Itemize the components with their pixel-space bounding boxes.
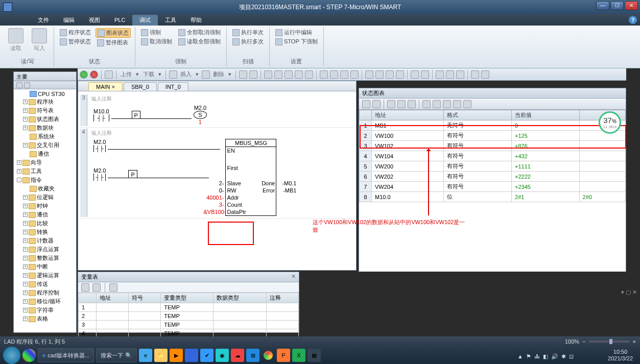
sc-tool-icon[interactable] [408, 100, 416, 108]
sc-tool-icon[interactable] [443, 100, 451, 108]
menu-编辑[interactable]: 编辑 [56, 15, 82, 26]
tray-icon[interactable]: 🔊 [551, 353, 558, 360]
vt-tool-icon[interactable] [81, 283, 89, 292]
taskbar-icon[interactable] [22, 349, 36, 362]
menu-工具[interactable]: 工具 [158, 15, 183, 26]
tree-node[interactable]: + 计数器 [15, 236, 75, 245]
menu-PLC[interactable]: PLC [107, 15, 132, 25]
toolbar-icon[interactable] [456, 70, 464, 79]
tray-icon[interactable]: 🖧 [534, 353, 540, 360]
toolbar-icon[interactable] [436, 70, 444, 79]
tree-node[interactable]: - 指令 [15, 176, 75, 184]
ribbon-写入[interactable]: 写入 [29, 28, 50, 52]
sc-tool-icon[interactable] [372, 100, 381, 108]
toolbar-icon[interactable] [305, 70, 313, 79]
tree-node[interactable]: + 整数运算 [15, 254, 75, 262]
tree-node[interactable]: + 程序控制 [15, 288, 75, 297]
panel-control-icons[interactable]: ▾ ▢ ✕ [621, 289, 637, 296]
system-clock[interactable]: 10:50 2021/3/22 [604, 349, 637, 362]
sc-tool-icon[interactable] [422, 100, 431, 108]
help-icon[interactable]: ? [629, 16, 637, 24]
chrome-icon[interactable] [262, 349, 275, 362]
sc-tool-icon[interactable] [387, 100, 395, 108]
explorer-icon[interactable]: 📁 [154, 349, 168, 362]
sc-tool-icon[interactable] [453, 100, 461, 108]
zoom-slider[interactable] [589, 341, 630, 343]
ribbon-暂停状态[interactable]: 暂停状态 [58, 37, 92, 46]
stop-icon[interactable] [90, 70, 98, 79]
tree-node[interactable]: + 状态图表 [15, 115, 75, 124]
tree-node[interactable]: + 程序块 [15, 98, 75, 106]
close-button[interactable]: ✕ [625, 1, 638, 10]
ribbon-暂停图表[interactable]: 暂停图表 [96, 38, 131, 47]
sc-tool-icon[interactable] [397, 100, 406, 108]
ribbon-取消强制[interactable]: 取消强制 [139, 37, 174, 46]
excel-icon[interactable]: X [292, 349, 305, 362]
tree-node[interactable]: + 时钟 [15, 202, 75, 210]
ribbon-读取全部强制[interactable]: 读取全部强制 [177, 37, 222, 46]
status-chart-table[interactable]: 地址格式当前值1MB1无符号02VW100有符号+1253VW102有符号+87… [359, 110, 626, 202]
tray-icon[interactable]: ◧ [543, 353, 548, 360]
sc-tool-icon[interactable] [433, 100, 441, 108]
toolbar-icon[interactable] [264, 70, 272, 79]
sc-tool-icon[interactable] [463, 100, 471, 108]
ribbon-运行中编辑[interactable]: 运行中编辑 [274, 28, 319, 37]
menu-调试[interactable]: 调试 [132, 15, 158, 26]
download-label[interactable]: 下载 [142, 70, 155, 78]
system-tray[interactable]: ▲ ⚑ 🖧 ◧ 🔊 ✱ ⊡ [517, 353, 574, 360]
tree-node[interactable]: + 转换 [15, 228, 75, 236]
app-icon[interactable]: ☁ [231, 349, 244, 362]
ribbon-执行单次[interactable]: 执行单次 [231, 28, 265, 37]
menu-文件[interactable]: 文件 [31, 15, 56, 26]
editor-tab-MAIN[interactable]: MAIN × [88, 82, 123, 91]
tree-node[interactable]: 通信 [15, 150, 75, 158]
editor-tab-INT_0[interactable]: INT_0 [158, 82, 188, 91]
ribbon-强制[interactable]: 强制 [139, 28, 174, 37]
tree-node[interactable]: CPU ST30 [15, 90, 75, 98]
powerpoint-icon[interactable]: P [277, 349, 290, 362]
ribbon-读取[interactable]: 读取 [6, 28, 26, 52]
toolbar-icon[interactable] [295, 70, 303, 79]
tree-node[interactable]: + 字符串 [15, 306, 75, 314]
tree-node[interactable]: + 交叉引用 [15, 141, 75, 150]
toolbar-icon[interactable] [421, 70, 429, 79]
delete-label[interactable]: 删除 [212, 70, 225, 78]
tree-node[interactable]: 收藏夹 [15, 184, 75, 193]
tree-node[interactable]: + 移位/循环 [15, 297, 75, 306]
toolbar-icon[interactable] [481, 70, 489, 79]
menu-帮助[interactable]: 帮助 [183, 15, 209, 26]
ribbon-图表状态[interactable]: 图表状态 [96, 28, 131, 38]
menu-视图[interactable]: 视图 [82, 15, 107, 26]
tray-icon[interactable]: ⚑ [526, 353, 531, 360]
insert-label[interactable]: 插入 [179, 70, 193, 78]
start-button[interactable] [3, 347, 20, 364]
vt-tool-icon[interactable] [109, 283, 117, 292]
tree-node[interactable]: + 工具 [15, 167, 75, 176]
close-icon[interactable]: ✕ [291, 273, 296, 281]
project-tree[interactable]: CPU ST30+ 程序块+ 符号表+ 状态图表+ 数据块 系统块+ 交叉引用 … [14, 89, 76, 322]
toolbar-icon[interactable] [274, 70, 282, 79]
app-icon[interactable]: ◉ [216, 349, 229, 362]
tree-node[interactable]: + 向导 [15, 158, 75, 167]
editor-tab-SBR_0[interactable]: SBR_0 [124, 82, 157, 91]
vt-tool-icon[interactable] [92, 283, 101, 292]
variable-table[interactable]: 地址符号变量类型数据类型注释1TEMP2TEMP3TEMP4TEMP [78, 293, 299, 338]
taskbar-app-button[interactable]: e cad版本转换器... [38, 348, 94, 362]
tree-node[interactable]: + 逻辑运算 [15, 271, 75, 280]
tray-icon[interactable]: ▲ [517, 353, 523, 360]
ie-icon[interactable]: e [139, 349, 152, 362]
tree-node[interactable]: + 符号表 [15, 106, 75, 115]
tray-icon[interactable]: ✱ [561, 353, 566, 360]
zoom-in-icon[interactable]: + [633, 338, 636, 345]
toolbar-icon[interactable] [105, 70, 113, 79]
upload-label[interactable]: 上传 [120, 70, 133, 78]
ribbon-STOP 下强制[interactable]: STOP 下强制 [274, 37, 319, 46]
ribbon-全部取消强制[interactable]: 全部取消强制 [177, 28, 222, 37]
tree-node[interactable]: + 浮点运算 [15, 245, 75, 254]
media-icon[interactable]: ▶ [170, 349, 183, 362]
tree-tool-icon[interactable] [16, 82, 22, 88]
toolbar-icon[interactable] [350, 70, 359, 79]
toolbar-icon[interactable] [375, 70, 384, 79]
toolbar-icon[interactable] [411, 70, 419, 79]
toolbar-icon[interactable] [202, 70, 210, 79]
